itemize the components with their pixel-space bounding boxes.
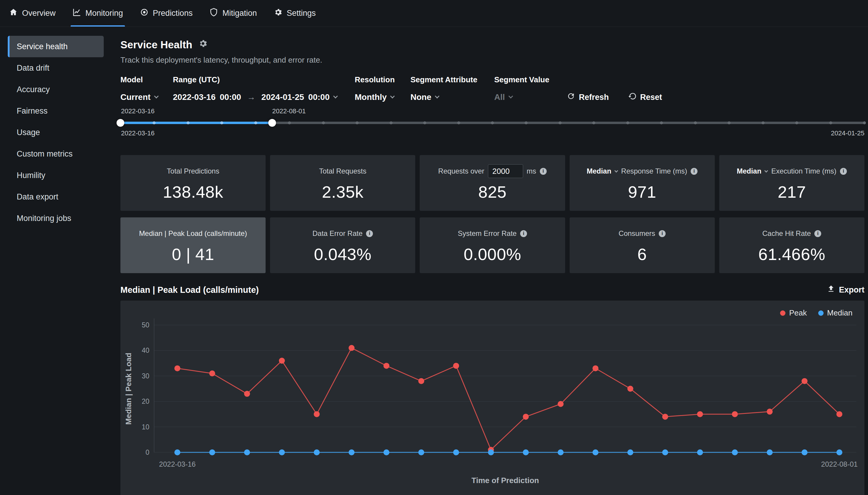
model-select[interactable]: Current [120,92,173,103]
slider-tick [762,121,765,124]
chevron-down-icon [614,169,618,173]
range-start-date: 2022-03-16 [173,92,215,102]
tile-cache-hit-rate[interactable]: Cache Hit Rate 61.466% [719,217,864,273]
target-icon [140,8,149,19]
slider-tick [491,121,494,124]
home-icon [9,8,18,19]
page-title: Service Health [120,38,864,51]
segment-attribute-select[interactable]: None [410,92,494,103]
chevron-down-icon [390,93,395,98]
chart-title: Median | Peak Load (calls/minute) [120,285,259,295]
info-icon[interactable] [814,230,821,237]
nav-label-monitoring: Monitoring [86,8,123,18]
info-icon[interactable] [691,168,697,175]
nav-item-mitigation[interactable]: Mitigation [209,0,257,27]
legend-item-peak[interactable]: Peak [780,308,807,318]
sidebar-item-monitoring-jobs[interactable]: Monitoring jobs [8,207,104,229]
range-end-date: 2024-01-25 [261,92,304,102]
median-dropdown[interactable]: Median [737,167,762,175]
sidebar-item-humility[interactable]: Humility [8,165,104,186]
tile-total-predictions[interactable]: Total Predictions 138.48k [120,155,266,211]
slider-handle-left[interactable] [117,119,124,127]
slider-handle-right[interactable] [268,119,276,127]
slider-tick [592,121,595,124]
chevron-down-icon [765,169,768,173]
nav-label-mitigation: Mitigation [223,8,257,18]
slider-tick [322,121,325,124]
slider-tick [660,121,663,124]
settings-gear-icon[interactable] [198,39,208,51]
slider-tick [694,121,697,124]
tile-consumers[interactable]: Consumers 6 [570,217,715,273]
chevron-down-icon [509,93,513,98]
legend-item-median[interactable]: Median [818,308,852,318]
range-label: Range (UTC) [173,75,355,84]
top-nav: Overview Monitoring Predictions Mitigati… [0,0,868,27]
stat-tiles: Total Predictions 138.48k Total Requests… [120,155,864,273]
info-icon[interactable] [840,168,847,175]
nav-item-overview[interactable]: Overview [9,0,56,27]
tile-peak-load[interactable]: Median | Peak Load (calls/minute) 0 | 41 [120,217,266,273]
slider-tick [423,121,426,124]
nav-item-predictions[interactable]: Predictions [140,0,193,27]
svg-text:30: 30 [142,372,149,380]
ms-threshold-input[interactable] [488,164,523,178]
info-icon[interactable] [659,230,666,237]
slider-tick [457,121,460,124]
peak-load-chart[interactable]: 010203040502022-03-162022-08-01Time of P… [120,301,864,495]
svg-text:Median | Peak Load: Median | Peak Load [124,353,133,425]
slider-tick [187,121,190,124]
segment-value-select[interactable]: All [494,92,567,103]
slider-label-start-bottom: 2022-03-16 [121,130,155,137]
range-select[interactable]: 2022-03-16 00:00 → 2024-01-25 00:00 [173,92,355,103]
segment-attribute-label: Segment Attribute [410,75,494,84]
slider-label-handle: 2022-08-01 [272,107,306,115]
tile-requests-over[interactable]: Requests over ms 825 [420,155,565,211]
segment-value-label: Segment Value [494,75,567,84]
nav-item-settings[interactable]: Settings [273,0,316,27]
svg-text:2022-08-01: 2022-08-01 [821,460,858,468]
resolution-select[interactable]: Monthly [355,92,410,103]
sidebar-item-usage[interactable]: Usage [8,122,104,143]
chart-panel: Peak Median 010203040502022-03-162022-08… [120,301,864,495]
info-icon[interactable] [520,230,527,237]
chevron-down-icon [435,93,440,98]
range-end-time: 00:00 [308,92,330,102]
nav-label-predictions: Predictions [153,8,193,18]
peak-legend-dot-icon [780,310,785,316]
sidebar-item-data-drift[interactable]: Data drift [8,57,104,79]
info-icon[interactable] [366,230,373,237]
page-title-text: Service Health [120,39,192,51]
tile-system-error-rate[interactable]: System Error Rate 0.000% [420,217,565,273]
sidebar-item-service-health[interactable]: Service health [8,36,104,57]
slider-tick [390,121,393,124]
tile-response-time[interactable]: Median Response Time (ms) 971 [570,155,715,211]
slider-tick [728,121,731,124]
refresh-button[interactable]: Refresh [567,92,609,103]
sidebar-item-fairness[interactable]: Fairness [8,100,104,122]
date-range-slider: 2022-03-16 2022-08-01 2022-03-16 2024-01… [120,107,864,140]
range-start-time: 00:00 [220,92,241,102]
export-button[interactable]: Export [827,285,864,295]
sidebar-item-accuracy[interactable]: Accuracy [8,79,104,100]
svg-text:40: 40 [142,346,149,354]
tile-execution-time[interactable]: Median Execution Time (ms) 217 [719,155,864,211]
sidebar-item-data-export[interactable]: Data export [8,186,104,207]
slider-label-start-top: 2022-03-16 [121,107,155,115]
chevron-down-icon [333,93,338,98]
reset-button[interactable]: Reset [628,92,662,103]
svg-text:10: 10 [142,423,149,431]
chart-header: Median | Peak Load (calls/minute) Export [120,284,864,296]
slider-tick [795,121,798,124]
slider-tick [525,121,528,124]
tile-data-error-rate[interactable]: Data Error Rate 0.043% [270,217,415,273]
median-dropdown[interactable]: Median [587,167,612,175]
sidebar-item-custom-metrics[interactable]: Custom metrics [8,143,104,165]
slider-tick [220,121,223,124]
info-icon[interactable] [540,168,547,175]
nav-item-monitoring[interactable]: Monitoring [72,0,123,27]
page-subtitle: Track this deployment's latency, through… [120,55,864,64]
svg-text:20: 20 [142,397,149,405]
tile-total-requests[interactable]: Total Requests 2.35k [270,155,415,211]
slider-label-end-bottom: 2024-01-25 [831,130,864,137]
